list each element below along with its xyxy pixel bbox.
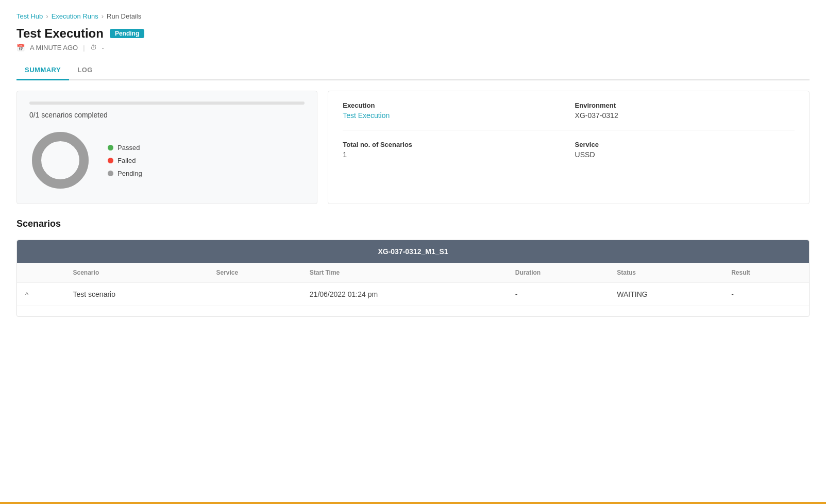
breadcrumb-sep-2: › [102, 12, 104, 20]
tab-summary[interactable]: SUMMARY [16, 62, 69, 80]
row-result: - [723, 283, 809, 306]
breadcrumb-sep-1: › [46, 12, 48, 20]
row-duration: - [507, 283, 609, 306]
row-starttime: 21/06/2022 01:24 pm [301, 283, 507, 306]
progress-bar-container [29, 102, 305, 105]
row-service [208, 283, 301, 306]
th-starttime: Start Time [301, 263, 507, 283]
scenarios-title: Scenarios [16, 219, 810, 229]
row-scenario: Test scenario [65, 283, 208, 306]
breadcrumb-testhub[interactable]: Test Hub [16, 12, 43, 20]
service-label: Service [575, 141, 795, 148]
legend-passed-label: Passed [117, 144, 140, 152]
summary-left-panel: 0/1 scenarios completed Passed [16, 91, 317, 204]
table-row-spacer [17, 306, 809, 317]
tabs: SUMMARY LOG [16, 62, 810, 80]
execution-value: Test Execution [343, 111, 562, 120]
scenario-group: XG-037-0312_M1_S1 Scenario Service Start… [16, 240, 810, 317]
legend-failed-label: Failed [117, 157, 136, 164]
info-grid: Execution Test Execution Environment XG-… [343, 102, 795, 120]
info-service: Service USSD [575, 141, 795, 159]
tab-log[interactable]: LOG [69, 62, 101, 80]
page-title-row: Test Execution Pending [16, 26, 810, 41]
th-result: Result [723, 263, 809, 283]
total-scenarios-label: Total no. of Scenarios [343, 141, 562, 148]
legend-failed: Failed [108, 157, 142, 164]
scenario-group-header: XG-037-0312_M1_S1 [17, 240, 809, 263]
expand-icon[interactable]: ^ [25, 291, 28, 298]
row-status: WAITING [609, 283, 723, 306]
legend: Passed Failed Pending [108, 144, 142, 177]
breadcrumb-rundetails: Run Details [107, 12, 141, 20]
execution-label: Execution [343, 102, 562, 109]
th-scenario: Scenario [65, 263, 208, 283]
svg-point-1 [37, 137, 84, 184]
legend-pending: Pending [108, 170, 142, 177]
info-total-scenarios: Total no. of Scenarios 1 [343, 141, 562, 159]
info-divider [343, 130, 795, 130]
total-scenarios-value: 1 [343, 150, 562, 159]
passed-dot [108, 145, 113, 150]
info-grid-2: Total no. of Scenarios 1 Service USSD [343, 141, 795, 159]
scenarios-section: Scenarios XG-037-0312_M1_S1 Scenario Ser… [16, 219, 810, 317]
meta-sep: | [83, 44, 85, 52]
breadcrumb: Test Hub › Execution Runs › Run Details [16, 12, 810, 20]
environment-value: XG-037-0312 [575, 111, 795, 120]
duration: - [102, 44, 104, 52]
pending-dot [108, 171, 113, 176]
row-expand[interactable]: ^ [17, 283, 65, 306]
breadcrumb-execruns[interactable]: Execution Runs [52, 12, 98, 20]
meta-row: 📅 A MINUTE AGO | ⏱ - [16, 44, 810, 52]
summary-right-panel: Execution Test Execution Environment XG-… [328, 91, 810, 204]
table-row: ^ Test scenario 21/06/2022 01:24 pm - WA… [17, 283, 809, 306]
status-badge: Pending [110, 29, 144, 38]
summary-grid: 0/1 scenarios completed Passed [16, 91, 810, 204]
donut-legend-row: Passed Failed Pending [29, 129, 305, 191]
table-header-row: Scenario Service Start Time Duration Sta… [17, 263, 809, 283]
page-title: Test Execution [16, 26, 104, 41]
info-execution: Execution Test Execution [343, 102, 562, 120]
clock-icon: ⏱ [90, 44, 97, 52]
bottom-bar [0, 502, 826, 504]
failed-dot [108, 158, 113, 163]
legend-passed: Passed [108, 144, 142, 152]
scenarios-completed: 0/1 scenarios completed [29, 111, 305, 119]
info-environment: Environment XG-037-0312 [575, 102, 795, 120]
legend-pending-label: Pending [117, 170, 142, 177]
donut-chart [29, 129, 91, 191]
th-service: Service [208, 263, 301, 283]
calendar-icon: 📅 [16, 44, 25, 52]
scenario-table: Scenario Service Start Time Duration Sta… [17, 263, 809, 316]
service-value: USSD [575, 150, 795, 159]
th-expand [17, 263, 65, 283]
environment-label: Environment [575, 102, 795, 109]
th-duration: Duration [507, 263, 609, 283]
timestamp: A MINUTE AGO [30, 44, 78, 52]
th-status: Status [609, 263, 723, 283]
